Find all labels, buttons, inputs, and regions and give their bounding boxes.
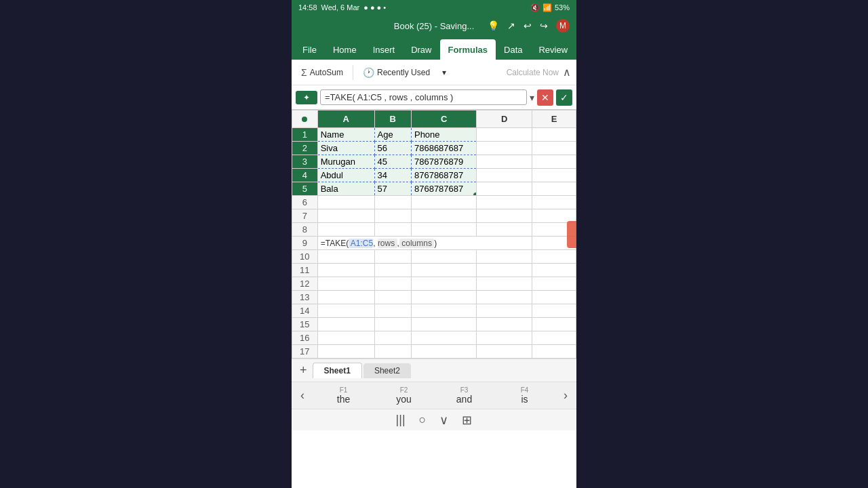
tab-review[interactable]: Review [530,39,576,60]
formula-confirm-button[interactable]: ✓ [556,89,572,106]
tab-formulas[interactable]: Formulas [440,39,496,60]
cell-C11[interactable] [411,264,476,277]
recent-apps-icon[interactable]: ∨ [439,413,448,428]
cell-A13[interactable] [317,291,374,304]
cell-D6[interactable] [477,196,532,209]
cell-B13[interactable] [374,291,411,304]
cell-A1[interactable]: Name [317,128,374,142]
cell-A4[interactable]: Abdul [317,169,374,182]
share-icon[interactable]: ↗ [507,20,515,31]
cell-B7[interactable] [374,209,411,223]
cell-E3[interactable] [532,155,576,169]
cell-A6[interactable] [317,196,374,209]
home-icon[interactable]: ○ [419,413,427,427]
cell-D8[interactable] [477,223,532,237]
col-header-E[interactable]: E [532,110,576,128]
cell-B8[interactable] [374,223,411,237]
cell-A16[interactable] [317,331,374,345]
cell-C2[interactable]: 7868687687 [411,142,476,155]
cell-D16[interactable] [477,331,532,345]
cell-D17[interactable] [477,345,532,359]
sheet-tab-1[interactable]: Sheet1 [313,363,362,378]
cell-A14[interactable] [317,304,374,318]
cell-C7[interactable] [411,209,476,223]
cell-C4[interactable]: 8767868787 [411,169,476,182]
cell-B1[interactable]: Age [374,128,411,142]
cell-A5[interactable]: Bala [317,182,374,196]
col-header-B[interactable]: B [374,110,411,128]
menu-icon[interactable]: ||| [396,413,406,427]
cell-A15[interactable] [317,318,374,331]
cell-E5[interactable] [532,182,576,196]
cell-B3[interactable]: 45 [374,155,411,169]
cell-reference-box[interactable]: ✦ [296,91,317,104]
cell-A3[interactable]: Murugan [317,155,374,169]
cell-B4[interactable]: 34 [374,169,411,182]
col-header-A[interactable]: A [317,110,374,128]
cell-D15[interactable] [477,318,532,331]
cell-E16[interactable] [532,331,576,345]
cell-A7[interactable] [317,209,374,223]
fkey-f1[interactable]: F1 the [323,386,364,405]
cell-B2[interactable]: 56 [374,142,411,155]
col-header-C[interactable]: C [411,110,476,128]
recently-used-button[interactable]: 🕐 Recently Used [359,65,434,80]
fkey-next-button[interactable]: › [555,388,576,403]
cell-D12[interactable] [477,277,532,291]
cell-D1[interactable] [477,128,532,142]
cell-C1[interactable]: Phone [411,128,476,142]
cell-B5[interactable]: 57 [374,182,411,196]
tab-data[interactable]: Data [496,39,530,60]
tab-file[interactable]: File [294,39,325,60]
cell-C13[interactable] [411,291,476,304]
scroll-hint[interactable] [567,221,576,248]
cell-D7[interactable] [477,209,532,223]
col-header-D[interactable]: D [477,110,532,128]
grid-icon[interactable]: ⊞ [462,413,472,428]
cell-A12[interactable] [317,277,374,291]
add-sheet-button[interactable]: + [296,363,311,378]
cell-C8[interactable] [411,223,476,237]
cell-E12[interactable] [532,277,576,291]
cell-C3[interactable]: 7867876879 [411,155,476,169]
collapse-button[interactable]: ∧ [563,66,571,79]
cell-B16[interactable] [374,331,411,345]
sheet-tab-2[interactable]: Sheet2 [363,363,411,378]
cell-A2[interactable]: Siva [317,142,374,155]
cell-C15[interactable] [411,318,476,331]
more-button[interactable]: ▾ [438,66,450,79]
cell-D4[interactable] [477,169,532,182]
cell-B6[interactable] [374,196,411,209]
cell-D10[interactable] [477,250,532,264]
cell-A9-formula[interactable]: =TAKE( A1:C5, rows , columns ) [317,237,532,250]
cell-E17[interactable] [532,345,576,359]
cell-A8[interactable] [317,223,374,237]
cell-E4[interactable] [532,169,576,182]
fkey-f3[interactable]: F3 and [444,386,485,405]
fkey-prev-button[interactable]: ‹ [292,388,313,403]
tab-draw[interactable]: Draw [403,39,439,60]
cell-D14[interactable] [477,304,532,318]
cell-E15[interactable] [532,318,576,331]
cell-C12[interactable] [411,277,476,291]
fkey-f2[interactable]: F2 you [384,386,425,405]
cell-A17[interactable] [317,345,374,359]
undo-icon[interactable]: ↩ [524,20,532,31]
tab-insert[interactable]: Insert [365,39,403,60]
fkey-f4[interactable]: F4 is [505,386,545,405]
formula-dropdown-icon[interactable]: ▾ [530,92,534,103]
cell-B12[interactable] [374,277,411,291]
cell-E2[interactable] [532,142,576,155]
formula-input[interactable]: =TAKE( A1:C5 , rows , columns ) [320,89,527,105]
cell-E14[interactable] [532,304,576,318]
cell-D13[interactable] [477,291,532,304]
cell-E1[interactable] [532,128,576,142]
formula-cancel-button[interactable]: ✕ [537,89,553,106]
cell-E13[interactable] [532,291,576,304]
lightbulb-icon[interactable]: 💡 [488,20,499,31]
cell-B17[interactable] [374,345,411,359]
calculate-now-button[interactable]: Calculate Now [502,66,563,79]
cell-B14[interactable] [374,304,411,318]
cell-E11[interactable] [532,264,576,277]
autosum-button[interactable]: Σ AutoSum [297,65,347,80]
